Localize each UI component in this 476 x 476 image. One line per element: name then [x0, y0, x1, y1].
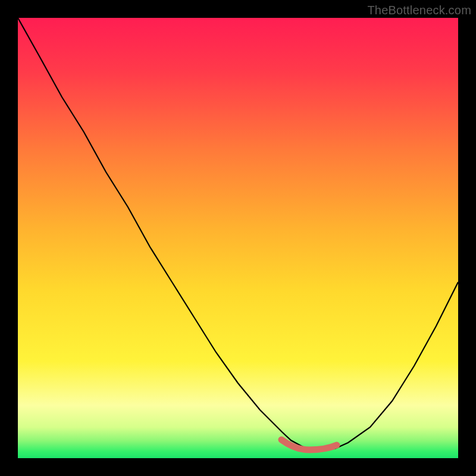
chart-frame: TheBottleneck.com [0, 0, 476, 476]
gradient-background [18, 18, 458, 458]
watermark-text: TheBottleneck.com [367, 4, 471, 17]
chart-svg [18, 18, 458, 458]
plot-area [18, 18, 458, 458]
